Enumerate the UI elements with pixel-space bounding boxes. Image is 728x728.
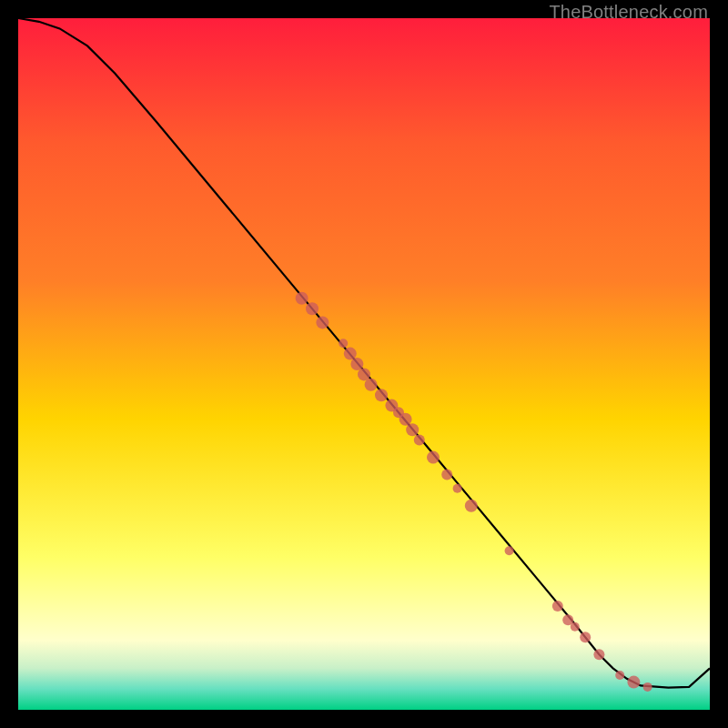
data-point	[505, 546, 514, 555]
data-point	[296, 292, 308, 305]
plot-area	[18, 18, 710, 710]
data-point	[580, 632, 591, 642]
plot-svg	[18, 18, 710, 710]
data-point	[306, 302, 318, 315]
data-point	[552, 601, 563, 612]
data-point	[365, 379, 378, 391]
data-point	[643, 682, 652, 692]
data-point	[441, 470, 452, 480]
data-point	[406, 423, 419, 436]
data-point	[593, 649, 604, 660]
data-point	[358, 368, 370, 380]
data-point	[316, 316, 329, 329]
watermark-text: TheBottleneck.com	[549, 2, 708, 23]
data-point	[339, 339, 348, 348]
data-point	[344, 348, 357, 360]
data-point	[427, 451, 440, 464]
data-point	[465, 500, 478, 512]
data-point	[453, 484, 462, 493]
data-point	[414, 435, 425, 446]
data-point	[615, 671, 624, 680]
gradient-background	[18, 18, 710, 710]
data-point	[399, 413, 412, 426]
data-point	[350, 358, 363, 370]
data-point	[627, 676, 640, 689]
chart-frame: TheBottleneck.com	[0, 0, 728, 728]
data-point	[571, 622, 580, 632]
data-point	[375, 389, 388, 401]
